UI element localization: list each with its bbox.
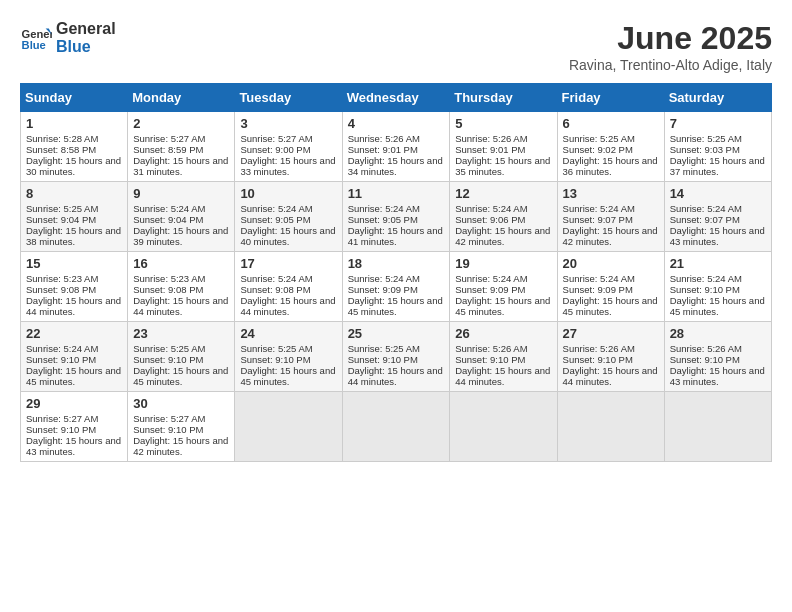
calendar-day-cell: 1 Sunrise: 5:28 AM Sunset: 8:58 PM Dayli… — [21, 112, 128, 182]
daylight-label: Daylight: 15 hours and 42 minutes. — [563, 225, 658, 247]
logo-line2: Blue — [56, 38, 116, 56]
weekday-header: Friday — [557, 84, 664, 112]
day-number: 24 — [240, 326, 336, 341]
calendar-day-cell: 28 Sunrise: 5:26 AM Sunset: 9:10 PM Dayl… — [664, 322, 771, 392]
calendar-day-cell: 5 Sunrise: 5:26 AM Sunset: 9:01 PM Dayli… — [450, 112, 557, 182]
calendar-day-cell: 17 Sunrise: 5:24 AM Sunset: 9:08 PM Dayl… — [235, 252, 342, 322]
sunset-label: Sunset: 9:10 PM — [240, 354, 310, 365]
calendar-day-cell: 21 Sunrise: 5:24 AM Sunset: 9:10 PM Dayl… — [664, 252, 771, 322]
calendar-day-cell — [557, 392, 664, 462]
sunrise-label: Sunrise: 5:24 AM — [348, 273, 420, 284]
daylight-label: Daylight: 15 hours and 42 minutes. — [133, 435, 228, 457]
day-number: 9 — [133, 186, 229, 201]
day-number: 4 — [348, 116, 445, 131]
month-title: June 2025 — [569, 20, 772, 57]
day-number: 11 — [348, 186, 445, 201]
day-number: 28 — [670, 326, 766, 341]
logo: General Blue General Blue — [20, 20, 116, 56]
daylight-label: Daylight: 15 hours and 39 minutes. — [133, 225, 228, 247]
weekday-header-row: SundayMondayTuesdayWednesdayThursdayFrid… — [21, 84, 772, 112]
sunset-label: Sunset: 9:09 PM — [563, 284, 633, 295]
calendar-day-cell: 24 Sunrise: 5:25 AM Sunset: 9:10 PM Dayl… — [235, 322, 342, 392]
daylight-label: Daylight: 15 hours and 30 minutes. — [26, 155, 121, 177]
day-number: 27 — [563, 326, 659, 341]
calendar-day-cell — [235, 392, 342, 462]
sunrise-label: Sunrise: 5:23 AM — [133, 273, 205, 284]
daylight-label: Daylight: 15 hours and 44 minutes. — [26, 295, 121, 317]
sunrise-label: Sunrise: 5:27 AM — [133, 413, 205, 424]
daylight-label: Daylight: 15 hours and 31 minutes. — [133, 155, 228, 177]
daylight-label: Daylight: 15 hours and 38 minutes. — [26, 225, 121, 247]
sunset-label: Sunset: 9:08 PM — [26, 284, 96, 295]
calendar-day-cell: 26 Sunrise: 5:26 AM Sunset: 9:10 PM Dayl… — [450, 322, 557, 392]
title-area: June 2025 Ravina, Trentino-Alto Adige, I… — [569, 20, 772, 73]
day-number: 19 — [455, 256, 551, 271]
daylight-label: Daylight: 15 hours and 43 minutes. — [670, 225, 765, 247]
daylight-label: Daylight: 15 hours and 45 minutes. — [240, 365, 335, 387]
sunrise-label: Sunrise: 5:24 AM — [240, 203, 312, 214]
calendar-day-cell: 19 Sunrise: 5:24 AM Sunset: 9:09 PM Dayl… — [450, 252, 557, 322]
day-number: 16 — [133, 256, 229, 271]
calendar-day-cell: 25 Sunrise: 5:25 AM Sunset: 9:10 PM Dayl… — [342, 322, 450, 392]
page-header: General Blue General Blue June 2025 Ravi… — [20, 20, 772, 73]
day-number: 3 — [240, 116, 336, 131]
location-subtitle: Ravina, Trentino-Alto Adige, Italy — [569, 57, 772, 73]
sunset-label: Sunset: 9:04 PM — [133, 214, 203, 225]
daylight-label: Daylight: 15 hours and 44 minutes. — [455, 365, 550, 387]
calendar-day-cell: 9 Sunrise: 5:24 AM Sunset: 9:04 PM Dayli… — [128, 182, 235, 252]
daylight-label: Daylight: 15 hours and 40 minutes. — [240, 225, 335, 247]
sunrise-label: Sunrise: 5:25 AM — [348, 343, 420, 354]
calendar-day-cell: 22 Sunrise: 5:24 AM Sunset: 9:10 PM Dayl… — [21, 322, 128, 392]
sunset-label: Sunset: 9:10 PM — [133, 424, 203, 435]
sunset-label: Sunset: 9:09 PM — [455, 284, 525, 295]
sunrise-label: Sunrise: 5:26 AM — [563, 343, 635, 354]
sunset-label: Sunset: 9:00 PM — [240, 144, 310, 155]
weekday-header: Monday — [128, 84, 235, 112]
weekday-header: Wednesday — [342, 84, 450, 112]
calendar-week-row: 15 Sunrise: 5:23 AM Sunset: 9:08 PM Dayl… — [21, 252, 772, 322]
sunrise-label: Sunrise: 5:24 AM — [240, 273, 312, 284]
day-number: 8 — [26, 186, 122, 201]
daylight-label: Daylight: 15 hours and 33 minutes. — [240, 155, 335, 177]
sunset-label: Sunset: 9:07 PM — [670, 214, 740, 225]
sunrise-label: Sunrise: 5:24 AM — [26, 343, 98, 354]
calendar-day-cell: 15 Sunrise: 5:23 AM Sunset: 9:08 PM Dayl… — [21, 252, 128, 322]
sunrise-label: Sunrise: 5:27 AM — [133, 133, 205, 144]
day-number: 6 — [563, 116, 659, 131]
day-number: 29 — [26, 396, 122, 411]
day-number: 22 — [26, 326, 122, 341]
sunrise-label: Sunrise: 5:26 AM — [455, 343, 527, 354]
daylight-label: Daylight: 15 hours and 43 minutes. — [670, 365, 765, 387]
sunrise-label: Sunrise: 5:27 AM — [240, 133, 312, 144]
sunset-label: Sunset: 9:10 PM — [563, 354, 633, 365]
calendar-day-cell: 12 Sunrise: 5:24 AM Sunset: 9:06 PM Dayl… — [450, 182, 557, 252]
sunset-label: Sunset: 9:03 PM — [670, 144, 740, 155]
sunrise-label: Sunrise: 5:25 AM — [133, 343, 205, 354]
calendar-day-cell: 13 Sunrise: 5:24 AM Sunset: 9:07 PM Dayl… — [557, 182, 664, 252]
day-number: 25 — [348, 326, 445, 341]
daylight-label: Daylight: 15 hours and 44 minutes. — [348, 365, 443, 387]
calendar-day-cell — [450, 392, 557, 462]
daylight-label: Daylight: 15 hours and 42 minutes. — [455, 225, 550, 247]
sunset-label: Sunset: 9:01 PM — [348, 144, 418, 155]
sunrise-label: Sunrise: 5:27 AM — [26, 413, 98, 424]
sunset-label: Sunset: 9:05 PM — [348, 214, 418, 225]
daylight-label: Daylight: 15 hours and 45 minutes. — [348, 295, 443, 317]
sunset-label: Sunset: 9:04 PM — [26, 214, 96, 225]
sunset-label: Sunset: 9:10 PM — [670, 354, 740, 365]
day-number: 17 — [240, 256, 336, 271]
daylight-label: Daylight: 15 hours and 45 minutes. — [563, 295, 658, 317]
sunset-label: Sunset: 9:10 PM — [348, 354, 418, 365]
svg-text:Blue: Blue — [22, 39, 46, 51]
day-number: 23 — [133, 326, 229, 341]
sunrise-label: Sunrise: 5:26 AM — [348, 133, 420, 144]
daylight-label: Daylight: 15 hours and 44 minutes. — [133, 295, 228, 317]
daylight-label: Daylight: 15 hours and 45 minutes. — [133, 365, 228, 387]
day-number: 14 — [670, 186, 766, 201]
weekday-header: Saturday — [664, 84, 771, 112]
daylight-label: Daylight: 15 hours and 44 minutes. — [240, 295, 335, 317]
calendar-day-cell: 11 Sunrise: 5:24 AM Sunset: 9:05 PM Dayl… — [342, 182, 450, 252]
calendar-day-cell: 2 Sunrise: 5:27 AM Sunset: 8:59 PM Dayli… — [128, 112, 235, 182]
calendar-day-cell: 4 Sunrise: 5:26 AM Sunset: 9:01 PM Dayli… — [342, 112, 450, 182]
sunset-label: Sunset: 9:05 PM — [240, 214, 310, 225]
